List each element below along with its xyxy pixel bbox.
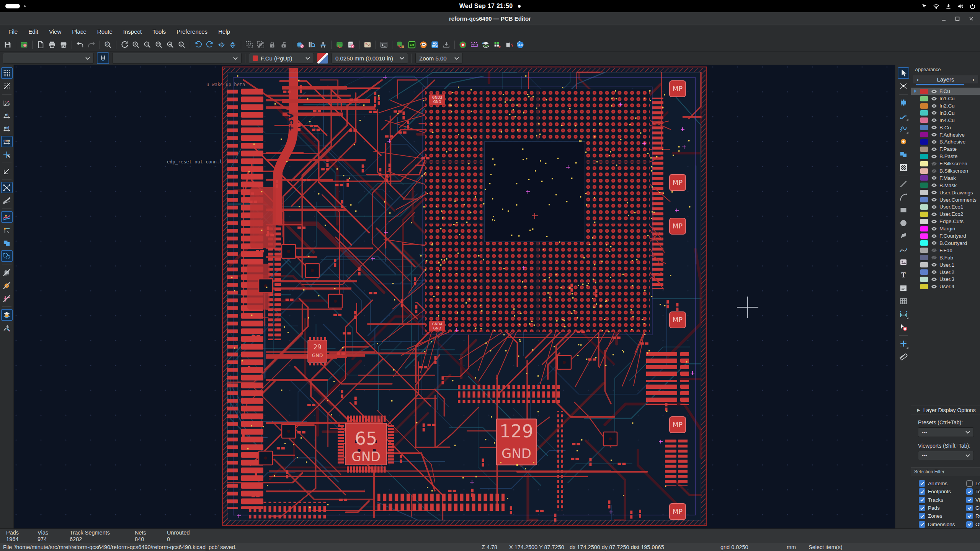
add-zone-button[interactable] [898, 149, 909, 160]
layer-color-swatch[interactable] [920, 262, 928, 267]
workspace-indicator[interactable] [5, 4, 26, 8]
close-button[interactable] [968, 15, 975, 22]
add-table-button[interactable] [898, 295, 909, 307]
eye-icon[interactable] [931, 88, 937, 95]
rotate-cw-button[interactable] [204, 39, 216, 50]
eye-icon[interactable] [931, 117, 937, 123]
page-settings-button[interactable] [35, 39, 46, 50]
eye-icon[interactable] [931, 153, 937, 160]
layer-color-swatch[interactable] [920, 204, 928, 210]
layer-color-swatch[interactable] [920, 255, 928, 260]
layer-row-b-adhesive[interactable]: B.Adhesive [911, 139, 980, 146]
local-ratsnest-button[interactable] [898, 80, 909, 92]
eye-icon[interactable] [931, 189, 937, 196]
filter-zones[interactable]: Zones [919, 513, 942, 519]
footprint-browser-button[interactable] [306, 39, 317, 50]
eye-icon[interactable] [931, 211, 937, 217]
filter-all-items[interactable]: All items [919, 480, 947, 487]
unlock-button[interactable] [278, 39, 289, 50]
filter-locked-items[interactable]: Locked items [966, 480, 980, 487]
rule-area-button[interactable] [898, 162, 909, 173]
plugin-import-button[interactable] [441, 39, 452, 50]
menu-file[interactable]: File [3, 25, 23, 38]
footprint-editor-button[interactable] [294, 39, 306, 50]
layer-color-swatch[interactable] [920, 103, 928, 109]
select-button[interactable] [898, 67, 909, 79]
route-tracks-button[interactable] [898, 110, 909, 121]
zone-outline-button[interactable] [1, 250, 13, 262]
tab-next-arrow[interactable]: › [972, 76, 974, 83]
layer-row-user-comments[interactable]: User.Comments [911, 196, 980, 204]
zoom-out-button[interactable] [142, 39, 153, 50]
eye-icon[interactable] [931, 146, 937, 152]
tab-prev-arrow[interactable]: ‹ [917, 76, 919, 83]
filter-other-items[interactable]: Other items [966, 521, 980, 528]
maximize-button[interactable] [954, 15, 961, 22]
layer-row-f-mask[interactable]: F.Mask [911, 174, 980, 182]
volume-icon[interactable] [957, 3, 964, 9]
plugin-layers-button[interactable] [480, 39, 492, 50]
menu-view[interactable]: View [44, 25, 67, 38]
layer-row-b-paste[interactable]: B.Paste [911, 153, 980, 160]
layer-color-swatch[interactable] [920, 248, 928, 253]
layer-row-user-3[interactable]: User.3 [911, 276, 980, 283]
eye-hidden-icon[interactable] [931, 161, 937, 167]
add-textbox-button[interactable] [898, 282, 909, 294]
presets-dropdown[interactable]: --- [918, 427, 974, 437]
net-filter-dropdown[interactable] [3, 53, 94, 64]
layer-color-swatch[interactable] [920, 161, 928, 166]
layer-color-swatch[interactable] [920, 132, 928, 137]
filter-rule-areas[interactable]: Rule Areas [966, 513, 980, 519]
delete-tool-button[interactable] [898, 321, 909, 333]
layer-row-b-mask[interactable]: B.Mask [911, 182, 980, 189]
menu-preferences[interactable]: Preferences [171, 25, 213, 38]
cursor-full-button[interactable] [1, 149, 13, 160]
layer-color-swatch[interactable] [920, 269, 928, 275]
layer-row-f-fab[interactable]: F.Fab [911, 247, 980, 254]
layer-row-f-silkscreen[interactable]: F.Silkscreen [911, 160, 980, 167]
footprints-hide-button[interactable] [1, 267, 13, 278]
checkbox-checked-icon[interactable] [966, 505, 973, 511]
eye-hidden-icon[interactable] [931, 254, 937, 261]
eye-hidden-icon[interactable] [931, 247, 937, 253]
plugin-hqdfm-button[interactable]: HQDFM [429, 39, 441, 50]
layer-row-user-eco1[interactable]: User.Eco1 [911, 204, 980, 211]
zoom-fit-button[interactable] [153, 39, 165, 50]
eye-icon[interactable] [931, 226, 937, 232]
draw-arc-button[interactable] [898, 191, 909, 203]
grid-dropdown[interactable]: 0.0250 mm (0.0010 in) [332, 53, 408, 64]
download-icon[interactable] [946, 3, 951, 9]
eye-hidden-icon[interactable] [931, 168, 937, 174]
print-button[interactable] [46, 39, 58, 50]
eye-icon[interactable] [931, 139, 937, 145]
minimize-button[interactable] [940, 15, 947, 22]
eye-icon[interactable] [931, 175, 937, 181]
layer-row-f-adhesive[interactable]: F.Adhesive [911, 131, 980, 139]
menu-help[interactable]: Help [213, 25, 235, 38]
plugin-blender-button[interactable] [418, 39, 429, 50]
net-colors-button[interactable] [1, 211, 13, 223]
board-setup-button[interactable] [18, 39, 30, 50]
draw-rect-button[interactable] [898, 204, 909, 216]
layer-color-swatch[interactable] [920, 168, 928, 174]
layer-row-b-cu[interactable]: B.Cu [911, 124, 980, 131]
layer-color-swatch[interactable] [920, 110, 928, 116]
place-footprint-button[interactable] [898, 97, 909, 108]
measure-button[interactable] [898, 351, 909, 362]
layer-row-b-courtyard[interactable]: B.Courtyard [911, 240, 980, 247]
draw-circle-button[interactable] [898, 217, 909, 229]
update-pcb-button[interactable] [334, 39, 345, 50]
tab-layers[interactable]: Layers [937, 76, 954, 83]
menu-route[interactable]: Route [92, 25, 118, 38]
layer-display-options[interactable]: ▶ Layer Display Options [911, 406, 980, 414]
layer-color-swatch[interactable] [920, 154, 928, 159]
layer-color-swatch[interactable] [920, 125, 928, 130]
eye-icon[interactable] [931, 240, 937, 246]
layer-color-swatch[interactable] [920, 190, 928, 195]
units-mm-button[interactable]: mm [1, 136, 13, 147]
preferences-button[interactable] [1, 322, 13, 334]
checkbox-checked-icon[interactable] [966, 497, 973, 503]
layer-row-f-courtyard[interactable]: F.Courtyard [911, 232, 980, 240]
redo-button[interactable] [86, 39, 97, 50]
checkbox-checked-icon[interactable] [919, 480, 925, 487]
